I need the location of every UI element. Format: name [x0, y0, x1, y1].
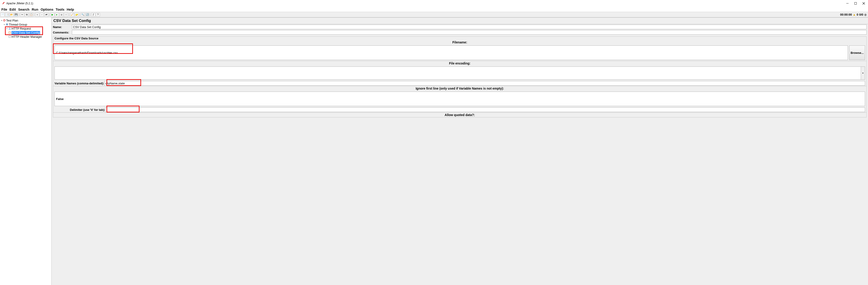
- testplan-icon: [3, 19, 6, 22]
- warning-icon: ▲: [853, 13, 856, 16]
- config-icon: [8, 31, 11, 34]
- svg-point-6: [6, 24, 8, 25]
- varnames-label: Variable Names (comma-delimited):: [55, 82, 104, 85]
- ignore-label: Ignore first line (only used if Variable…: [53, 86, 866, 91]
- tree-label: HTTP Header Manager: [11, 35, 42, 38]
- copy-icon[interactable]: ⧉: [25, 13, 29, 17]
- threadgroup-icon: [6, 23, 8, 26]
- comments-input[interactable]: [72, 30, 867, 35]
- encoding-label: File encoding:: [53, 61, 866, 65]
- sampler-icon: [8, 27, 11, 30]
- shutdown-icon[interactable]: ⊘: [64, 13, 68, 17]
- elapsed-time: 00:00:00: [840, 13, 852, 16]
- tree-label: CSV Data Set Config: [11, 31, 40, 34]
- window-title: Apache JMeter (5.2.1): [6, 2, 846, 5]
- save-icon[interactable]: 💾: [14, 13, 18, 17]
- tree-label: HTTP Request: [11, 27, 31, 30]
- test-plan-tree[interactable]: ▾ Test Plan ▾ Thread Group ▸ HTTP Reques…: [0, 18, 52, 285]
- delimiter-label: Delimiter (use '\t' for tab):: [70, 108, 105, 112]
- minimize-button[interactable]: [846, 2, 849, 5]
- delimiter-row: Delimiter (use '\t' for tab):: [53, 107, 866, 112]
- varnames-row: Variable Names (comma-delimited):: [53, 81, 866, 86]
- main-split: ▾ Test Plan ▾ Thread Group ▸ HTTP Reques…: [0, 18, 868, 285]
- filename-label: Filename:: [53, 40, 866, 45]
- delimiter-input[interactable]: [105, 108, 865, 112]
- comments-row: Comments:: [52, 30, 868, 35]
- stop-icon[interactable]: ◼: [59, 13, 64, 17]
- browse-button[interactable]: Browse...: [849, 46, 865, 60]
- menu-bar: File Edit Search Run Options Tools Help: [0, 7, 868, 12]
- menu-options[interactable]: Options: [40, 7, 54, 11]
- csv-source-group: Configure the CSV Data Source Filename: …: [53, 36, 867, 117]
- tree-header-manager[interactable]: ▸ HTTP Header Manager: [0, 35, 51, 39]
- encoding-input[interactable]: ▼: [55, 66, 865, 80]
- clear-all-icon[interactable]: 🧽: [74, 13, 79, 17]
- search-icon[interactable]: 🔍: [81, 13, 85, 17]
- new-icon[interactable]: 📄: [0, 13, 4, 17]
- tree-toggle-icon[interactable]: ▸: [6, 28, 8, 30]
- tree-label: Test Plan: [6, 19, 18, 22]
- tree-root[interactable]: ▾ Test Plan: [0, 18, 51, 22]
- menu-help[interactable]: Help: [66, 7, 74, 11]
- dropdown-icon[interactable]: ▼: [861, 67, 865, 79]
- maximize-button[interactable]: [854, 2, 857, 5]
- menu-run[interactable]: Run: [31, 7, 39, 11]
- collapse-icon[interactable]: －: [40, 13, 44, 17]
- tree-http-request[interactable]: ▸ HTTP Request: [0, 26, 51, 31]
- app-icon: [2, 2, 5, 5]
- ignore-value: False: [56, 97, 64, 101]
- name-input[interactable]: [72, 25, 867, 29]
- panel-title: CSV Data Set Config: [52, 18, 868, 24]
- config-icon: [8, 35, 11, 38]
- varnames-input[interactable]: [104, 81, 865, 85]
- help-icon[interactable]: ?: [96, 13, 100, 17]
- tree-toggle-icon[interactable]: ▾: [0, 20, 2, 22]
- menu-edit[interactable]: Edit: [9, 7, 16, 11]
- toolbar: 📄 📑 📂 💾 ✂ ⧉ 📋 ＋ － ⇄ ▶ ⏵ ◼ ⊘ 🧹 🧽 🔍 🔄 ƒ ? …: [0, 12, 868, 18]
- clear-icon[interactable]: 🧹: [70, 13, 74, 17]
- status-area: 00:00:00 ▲0 0/0 ◉: [840, 13, 868, 16]
- menu-tools[interactable]: Tools: [55, 7, 65, 11]
- title-bar: Apache JMeter (5.2.1): [0, 0, 868, 7]
- tree-label: Thread Group: [9, 23, 27, 26]
- start-icon[interactable]: ▶: [51, 13, 55, 17]
- open-icon[interactable]: 📂: [9, 13, 13, 17]
- name-row: Name:: [52, 24, 868, 30]
- filename-text: C:/Users/ranganathanh/Downloads/uscities…: [56, 51, 118, 55]
- svg-rect-7: [9, 32, 11, 33]
- cut-icon[interactable]: ✂: [20, 13, 24, 17]
- config-panel: CSV Data Set Config Name: Comments: Conf…: [52, 18, 868, 285]
- filename-block: C:/Users/ranganathanh/Downloads/uscities…: [53, 45, 866, 61]
- reset-search-icon[interactable]: 🔄: [85, 13, 89, 17]
- svg-rect-8: [9, 36, 11, 37]
- name-label: Name:: [53, 25, 72, 29]
- gauge-icon: ◉: [864, 13, 867, 16]
- svg-rect-1: [855, 2, 857, 4]
- allow-quoted-label: Allow quoted data?:: [53, 112, 866, 117]
- menu-search[interactable]: Search: [18, 7, 30, 11]
- tree-thread-group[interactable]: ▾ Thread Group: [0, 22, 51, 26]
- close-button[interactable]: [862, 2, 865, 5]
- function-helper-icon[interactable]: ƒ: [91, 13, 95, 17]
- group-title: Configure the CSV Data Source: [54, 37, 99, 40]
- thread-counts: 0/0: [859, 13, 863, 16]
- tree-toggle-icon[interactable]: ▾: [3, 24, 5, 26]
- templates-icon[interactable]: 📑: [5, 13, 9, 17]
- warning-count: 0: [857, 13, 858, 16]
- menu-file[interactable]: File: [1, 7, 8, 11]
- toggle-icon[interactable]: ⇄: [44, 13, 49, 17]
- expand-icon[interactable]: ＋: [35, 13, 39, 17]
- tree-csv-config[interactable]: ▸ CSV Data Set Config: [0, 31, 51, 35]
- filename-input[interactable]: C:/Users/ranganathanh/Downloads/uscities…: [55, 46, 848, 60]
- paste-icon[interactable]: 📋: [29, 13, 33, 17]
- start-no-timers-icon[interactable]: ⏵: [55, 13, 59, 17]
- ignore-input[interactable]: False: [55, 92, 865, 106]
- comments-label: Comments:: [53, 31, 72, 34]
